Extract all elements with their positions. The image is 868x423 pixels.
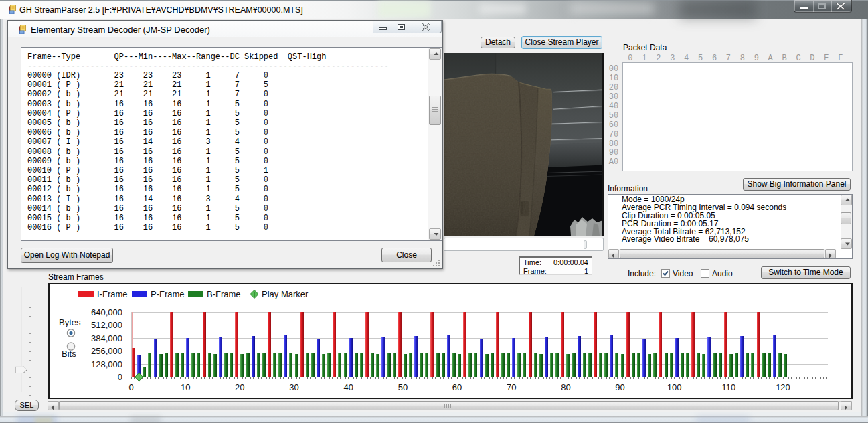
- svg-text:384,000: 384,000: [91, 333, 122, 343]
- svg-text:70: 70: [507, 382, 516, 392]
- svg-text:Bits: Bits: [62, 349, 76, 359]
- svg-text:640,000: 640,000: [91, 307, 122, 317]
- svg-text:I-Frame: I-Frame: [97, 289, 128, 299]
- svg-text:60: 60: [452, 382, 462, 392]
- svg-text:30: 30: [289, 382, 298, 392]
- svg-text:0: 0: [118, 372, 122, 382]
- svg-text:128,000: 128,000: [91, 359, 122, 369]
- svg-text:90: 90: [615, 382, 624, 392]
- svg-text:80: 80: [561, 382, 570, 392]
- svg-text:512,000: 512,000: [91, 320, 122, 330]
- svg-text:10: 10: [181, 382, 190, 392]
- svg-text:Bytes: Bytes: [59, 317, 81, 327]
- svg-text:110: 110: [722, 382, 736, 392]
- svg-text:256,000: 256,000: [91, 346, 122, 356]
- svg-text:P-Frame: P-Frame: [151, 289, 185, 299]
- svg-text:20: 20: [235, 382, 244, 392]
- svg-text:50: 50: [398, 382, 408, 392]
- svg-text:120: 120: [776, 382, 790, 392]
- svg-text:0: 0: [128, 382, 133, 392]
- svg-text:40: 40: [343, 382, 353, 392]
- svg-text:Play Marker: Play Marker: [262, 289, 309, 299]
- svg-text:100: 100: [667, 382, 682, 392]
- svg-text:B-Frame: B-Frame: [207, 289, 241, 299]
